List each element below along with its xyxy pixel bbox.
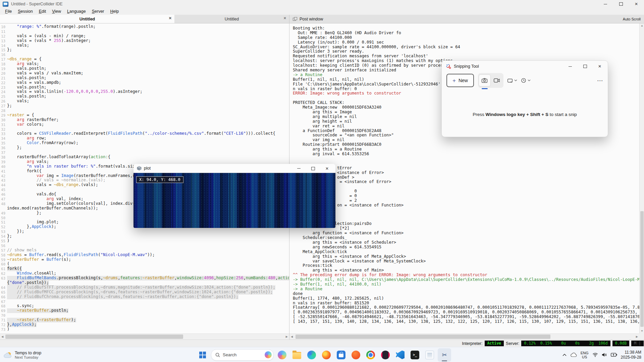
post-hscrollbar[interactable]: ◀ ▶ [289,334,639,340]
editor-hscrollbar[interactable]: ◀ ▶ [0,334,289,340]
start-button[interactable] [196,348,209,362]
interpreter-label: Interpreter: [462,341,482,346]
post-line: Out: MME : BenQ GL2460 (HD Audio Driver … [293,31,639,36]
server-mute-record[interactable]: M | [631,341,644,346]
snip-maximize-button[interactable] [578,61,592,72]
line-number: 38 [0,155,7,160]
post-line [293,157,639,161]
raster-plot-image[interactable]: X: 94.0, Y: 468.0 [133,173,335,228]
auto-scroll-toggle[interactable]: Auto Scroll [623,17,641,21]
line-number: 55 [0,239,7,243]
taskbar-app-copilot[interactable] [275,348,289,362]
more-options-button[interactable]: ⋯ [597,77,603,84]
post-line: done [293,292,639,296]
tab-untitled-2[interactable]: Untitled ✕ [174,15,289,23]
menu-help[interactable]: Help [107,8,122,14]
menu-file[interactable]: File [2,8,15,14]
interpreter-status-badge[interactable]: Active [485,341,504,346]
post-line: [*2] [293,226,639,231]
snip-shape-dropdown[interactable] [507,79,517,82]
scroll-up-icon[interactable]: ▲ [641,24,643,27]
post-line: arg this = <instance of Main> [293,268,639,273]
line-number: 35 [0,141,7,145]
post-hscroll-thumb[interactable] [296,335,550,339]
maximize-icon [619,2,623,6]
code-line: 66 // FluidBufChroma.processBlocking(s,~… [0,295,289,299]
taskbar-app-brave[interactable] [349,348,363,362]
screenshot-mode-button[interactable] [479,74,491,86]
weather-widget[interactable]: Temps to drop Next Tuesday [3,347,41,362]
taskbar-app-vscode[interactable] [393,348,407,362]
line-number: 15 [0,48,7,52]
code-line: 38 rasterBuffer.loadToFloatArray(action:… [0,155,289,160]
snip-minimize-button[interactable] [563,61,578,72]
line-number: 14 [0,43,7,48]
plot-maximize-button[interactable] [306,164,320,173]
minimize-icon [569,66,572,67]
taskbar-app-chrome[interactable] [364,348,377,362]
line-number: 34 [0,136,7,141]
close-button[interactable]: ✕ [629,0,644,8]
menu-server[interactable]: Server [89,8,107,14]
scroll-right-icon[interactable]: ▶ [636,335,638,338]
code-line: 25 vals.postln; [0,94,289,99]
video-mode-button[interactable] [491,74,503,86]
line-number: 57 [0,248,7,253]
tab-label: Untitled [225,17,239,21]
taskbar-app-firefox[interactable] [320,348,333,362]
code-line: {"done".postln}); [0,281,289,285]
server-stats[interactable]: 0.12% 0.15% 0u 0s 2g 106d [521,341,610,346]
post-vscrollbar[interactable]: ▲ ▼ [639,23,644,334]
line-number: 28 [0,108,7,113]
snip-close-button[interactable]: ✕ [592,61,607,72]
battery-button[interactable] [611,353,617,357]
snipping-tool-window[interactable]: Snipping Tool ✕ + New [441,60,608,137]
server-volume[interactable]: 0.0dB [612,341,630,346]
line-number: 21 [0,76,7,80]
code-line: 56 [0,243,289,248]
taskbar-app-microsoft-store[interactable] [334,348,348,362]
search-box[interactable]: Search [211,349,274,361]
tab-untitled-1[interactable]: Untitled ✕ [0,15,175,23]
snip-delay-dropdown[interactable] [521,78,531,83]
scroll-left-icon[interactable]: ◀ [1,335,3,338]
tab-close-icon[interactable]: ✕ [283,16,286,20]
language-switcher[interactable]: ENGUS [581,351,589,359]
taskbar-app-opera-gx[interactable] [379,348,392,362]
menu-view[interactable]: View [49,8,64,14]
new-snip-button[interactable]: + New [446,74,474,87]
tray-overflow-button[interactable] [562,354,567,356]
menu-language[interactable]: Language [64,8,89,14]
menu-edit[interactable]: Edit [36,8,49,14]
close-icon: ✕ [598,64,601,68]
tray-date: 2025-09-28 [621,355,641,360]
taskbar-app-terminal[interactable] [408,348,422,362]
snipping-tool-title-bar[interactable]: Snipping Tool ✕ [442,61,608,72]
onedrive-button[interactable] [570,353,577,357]
volume-button[interactable] [602,353,607,357]
plot-title-bar[interactable]: plot ✕ [133,164,335,173]
plot-close-button[interactable]: ✕ [320,164,334,173]
plot-window[interactable]: plot ✕ X: 94.0, Y: 468.0 [133,164,335,228]
search-highlight-icon[interactable] [265,351,272,358]
plot-minimize-button[interactable] [292,164,306,173]
taskbar-app-edge[interactable] [305,348,318,362]
scroll-down-icon[interactable]: ▼ [641,329,643,333]
editor-hscroll-thumb[interactable] [5,335,183,339]
line-number: 63 [0,276,7,281]
taskbar-app-notepad[interactable] [423,348,436,362]
line-number: 66 [0,295,7,299]
post-vscroll-thumb[interactable] [640,211,644,327]
tab-close-icon[interactable]: ✕ [169,16,172,20]
wifi-button[interactable] [592,353,598,357]
snipping-tool-icon [446,64,451,69]
scroll-right-icon[interactable]: ▶ [286,335,288,338]
maximize-button[interactable] [613,0,629,8]
taskbar-app-file-explorer[interactable] [290,348,304,362]
clock-widget[interactable]: 11:38 AM 2025-09-28 [621,350,641,360]
taskbar-app-snipping-tool[interactable]: ✂ [438,348,451,362]
line-number: 54 [0,234,7,239]
menu-session[interactable]: Session [15,8,36,14]
minimize-button[interactable] [598,0,613,8]
scroll-left-icon[interactable]: ◀ [291,335,293,338]
